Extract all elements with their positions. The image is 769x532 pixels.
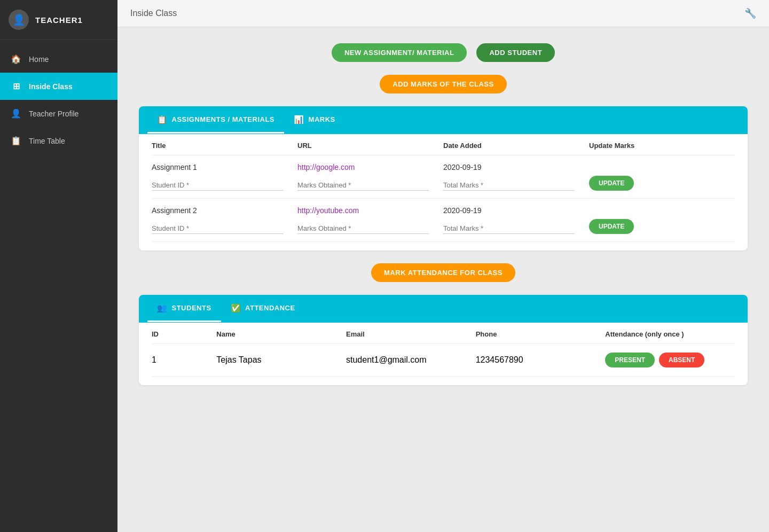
total-marks-input-1[interactable]	[443, 180, 575, 191]
settings-icon[interactable]: 🔧	[744, 7, 756, 19]
assignment-row-1: Assignment 1 http://google.com 2020-09-1…	[152, 155, 735, 199]
topbar: Inside Class 🔧	[117, 0, 769, 27]
assignments-table: Title URL Date Added Update Marks Assign…	[139, 134, 748, 251]
student-name: Tejas Tapas	[216, 355, 346, 365]
home-icon: 🏠	[11, 54, 21, 64]
sidebar-username: TEACHER1	[35, 15, 83, 25]
assignment-tab-icon: 📋	[157, 115, 168, 124]
update-button-1[interactable]: UPDATE	[589, 176, 634, 191]
student-id-input-2[interactable]	[152, 223, 283, 234]
student-id: 1	[152, 355, 216, 365]
students-table-header: ID Name Email Phone Attendance (only onc…	[152, 323, 735, 344]
students-card: 👥 STUDENTS ✅ ATTENDANCE ID Name Email Ph…	[139, 295, 748, 385]
sidebar-item-inside-class[interactable]: ⊞ Inside Class	[0, 73, 117, 100]
students-tabs: 👥 STUDENTS ✅ ATTENDANCE	[139, 295, 748, 323]
assignments-table-header: Title URL Date Added Update Marks	[152, 134, 735, 155]
person-icon: 👤	[11, 108, 21, 119]
students-tab-icon: 👥	[157, 303, 168, 313]
action-buttons-row: NEW ASSIGNMENT/ MATERIAL ADD STUDENT	[139, 43, 748, 62]
grid-icon: ⊞	[11, 81, 21, 91]
assignment-2-inputs: UPDATE	[152, 219, 735, 234]
sidebar: 👤 TEACHER1 🏠 Home ⊞ Inside Class 👤 Teach…	[0, 0, 117, 532]
marks-tab-icon: 📊	[294, 115, 304, 124]
avatar: 👤	[9, 10, 29, 30]
mark-attendance-button[interactable]: MARK ATTENDANCE FOR CLASS	[371, 263, 515, 282]
sidebar-item-label: Inside Class	[29, 82, 73, 91]
assignment-1-main: Assignment 1 http://google.com 2020-09-1…	[152, 163, 735, 171]
total-marks-input-2[interactable]	[443, 223, 575, 234]
page-title: Inside Class	[130, 9, 177, 18]
sidebar-item-label: Teacher Profile	[29, 109, 79, 118]
assignment-1-inputs: UPDATE	[152, 176, 735, 191]
add-student-button[interactable]: ADD STUDENT	[476, 43, 555, 62]
new-assignment-button[interactable]: NEW ASSIGNMENT/ MATERIAL	[332, 43, 467, 62]
content-area: NEW ASSIGNMENT/ MATERIAL ADD STUDENT ADD…	[117, 27, 769, 401]
clipboard-icon: 📋	[11, 136, 21, 146]
tab-assignments-materials[interactable]: 📋 ASSIGNMENTS / MATERIALS	[147, 107, 284, 134]
sidebar-header: 👤 TEACHER1	[0, 0, 117, 40]
sidebar-item-home[interactable]: 🏠 Home	[0, 45, 117, 73]
sidebar-item-teacher-profile[interactable]: 👤 Teacher Profile	[0, 100, 117, 127]
main-content: Inside Class 🔧 NEW ASSIGNMENT/ MATERIAL …	[117, 0, 769, 532]
attendance-buttons: PRESENT ABSENT	[605, 353, 735, 367]
student-phone: 1234567890	[476, 355, 606, 365]
mark-attendance-row: MARK ATTENDANCE FOR CLASS	[139, 263, 748, 282]
sidebar-item-time-table[interactable]: 📋 Time Table	[0, 127, 117, 154]
table-row: 1 Tejas Tapas student1@gmail.com 1234567…	[152, 344, 735, 377]
student-email: student1@gmail.com	[346, 355, 476, 365]
assignments-card: 📋 ASSIGNMENTS / MATERIALS 📊 MARKS Title …	[139, 106, 748, 251]
assignment-2-main: Assignment 2 http://youtube.com 2020-09-…	[152, 206, 735, 215]
absent-button[interactable]: ABSENT	[659, 353, 704, 367]
update-button-2[interactable]: UPDATE	[589, 219, 634, 234]
sidebar-item-label: Time Table	[29, 137, 65, 145]
marks-obtained-input-2[interactable]	[297, 223, 429, 234]
student-id-input-1[interactable]	[152, 180, 283, 191]
sidebar-item-label: Home	[29, 55, 49, 64]
tab-students[interactable]: 👥 STUDENTS	[147, 296, 221, 322]
students-table: ID Name Email Phone Attendance (only onc…	[139, 323, 748, 385]
present-button[interactable]: PRESENT	[605, 353, 655, 367]
add-marks-row: ADD MARKS OF THE CLASS	[139, 75, 748, 93]
tab-marks[interactable]: 📊 MARKS	[284, 107, 345, 134]
add-marks-button[interactable]: ADD MARKS OF THE CLASS	[380, 75, 506, 93]
assignment-row-2: Assignment 2 http://youtube.com 2020-09-…	[152, 199, 735, 242]
assignments-tabs: 📋 ASSIGNMENTS / MATERIALS 📊 MARKS	[139, 106, 748, 134]
attendance-tab-icon: ✅	[231, 303, 241, 313]
marks-obtained-input-1[interactable]	[297, 180, 429, 191]
tab-attendance[interactable]: ✅ ATTENDANCE	[221, 296, 305, 322]
sidebar-nav: 🏠 Home ⊞ Inside Class 👤 Teacher Profile …	[0, 45, 117, 154]
